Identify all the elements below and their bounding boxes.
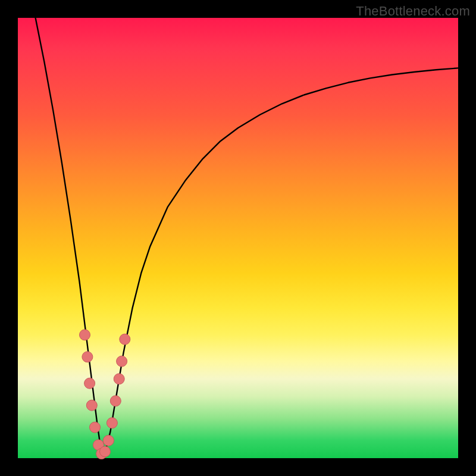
marker-dot [110,396,121,406]
plot-area [18,18,458,458]
marker-dot [107,418,117,428]
marker-group [80,330,130,459]
watermark-text: TheBottleneck.com [356,4,470,19]
marker-dot [82,352,93,362]
marker-dot [100,446,111,457]
marker-dot [114,374,124,384]
curve-layer [18,18,458,458]
marker-dot [86,400,97,411]
chart-frame: TheBottleneck.com [0,0,476,476]
marker-dot [84,378,95,389]
bottleneck-curve [36,18,458,454]
marker-dot [80,330,90,340]
marker-dot [120,334,130,345]
marker-dot [103,435,114,446]
marker-dot [90,422,101,433]
marker-dot [117,356,127,367]
